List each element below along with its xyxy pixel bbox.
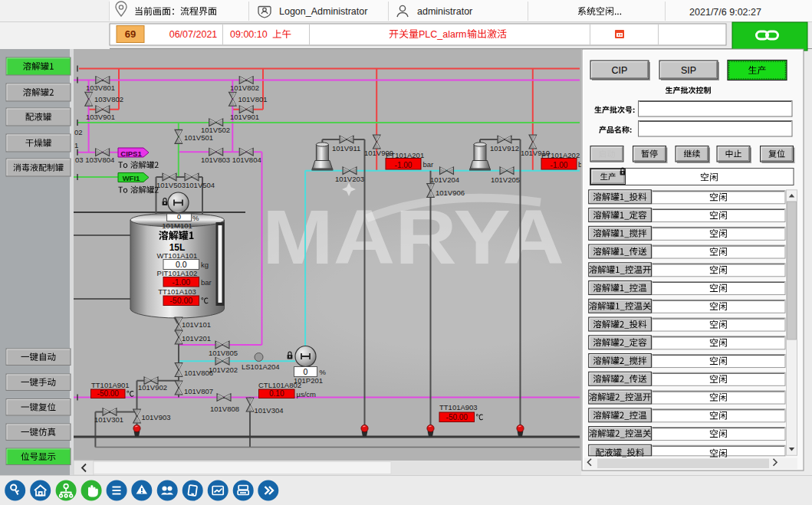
svg-text:bar: bar [201, 278, 212, 287]
svg-text:101V805: 101V805 [209, 349, 238, 357]
svg-text:101V802: 101V802 [230, 84, 259, 92]
svg-text:Logon_Administrator: Logon_Administrator [279, 6, 367, 17]
svg-text:101V906: 101V906 [436, 189, 465, 197]
svg-text:PIT101A102: PIT101A102 [157, 269, 198, 277]
svg-text:-50.00: -50.00 [446, 413, 468, 421]
svg-text:09:00:10: 09:00:10 [230, 29, 268, 40]
svg-text:101V304: 101V304 [255, 406, 284, 415]
svg-text:TT101A901: TT101A901 [91, 381, 130, 389]
svg-text:101V203: 101V203 [335, 175, 364, 183]
svg-text:CIP: CIP [612, 65, 628, 76]
svg-text:%: % [320, 368, 327, 376]
svg-text:TT101A903: TT101A903 [439, 403, 478, 412]
svg-text:administrator: administrator [417, 6, 472, 17]
svg-text:0: 0 [304, 367, 308, 376]
svg-text:101V808: 101V808 [210, 405, 239, 413]
svg-text:µs/cm: µs/cm [297, 390, 317, 398]
svg-text:101V205: 101V205 [491, 175, 520, 184]
svg-text:CIPS1: CIPS1 [120, 149, 142, 158]
svg-text:-1.00: -1.00 [395, 161, 413, 169]
svg-text:2021/7/6 9:02:27: 2021/7/6 9:02:27 [689, 7, 761, 18]
svg-text:101V101: 101V101 [182, 320, 211, 329]
svg-text:101V801: 101V801 [238, 95, 268, 103]
svg-text:0.10: 0.10 [269, 389, 284, 398]
svg-text:-50.00: -50.00 [97, 389, 120, 398]
svg-text:03 103V804: 03 103V804 [75, 156, 114, 164]
svg-text:%: % [192, 214, 199, 222]
svg-text:kg: kg [201, 261, 209, 269]
svg-text:101V803 101V804: 101V803 101V804 [201, 156, 261, 164]
svg-text:PT101A201: PT101A201 [386, 151, 424, 159]
svg-text:CTL101A802: CTL101A802 [258, 381, 301, 389]
svg-text:103V802: 103V802 [94, 95, 123, 103]
svg-text:101M101: 101M101 [162, 221, 192, 230]
svg-text:PT101A202: PT101A202 [541, 151, 580, 159]
svg-text:-1.00: -1.00 [551, 161, 568, 169]
svg-text:101V912: 101V912 [490, 144, 519, 152]
svg-text:WT101A101: WT101A101 [157, 251, 198, 260]
svg-text:LS101A204: LS101A204 [242, 362, 280, 371]
svg-text:101V807: 101V807 [184, 387, 213, 395]
svg-text:-50.00: -50.00 [169, 296, 192, 305]
svg-text:101V201: 101V201 [182, 334, 211, 343]
svg-text:-1.00: -1.00 [172, 277, 190, 287]
svg-text:101V204: 101V204 [430, 175, 459, 184]
svg-text:06/07/2021: 06/07/2021 [169, 29, 218, 40]
svg-text:101V501: 101V501 [184, 133, 213, 142]
svg-text:0.0: 0.0 [176, 260, 187, 269]
svg-text:69: 69 [125, 28, 136, 40]
svg-text:101V903: 101V903 [142, 413, 171, 421]
svg-text:101V911: 101V911 [332, 144, 360, 152]
svg-text:101V902: 101V902 [138, 383, 167, 392]
svg-text:103V901: 103V901 [86, 113, 115, 121]
svg-text:TT101A103: TT101A103 [158, 287, 196, 296]
svg-text:101V301: 101V301 [94, 415, 123, 424]
svg-text:bar: bar [423, 160, 434, 169]
svg-text:0: 0 [177, 213, 181, 221]
svg-text:103V801: 103V801 [86, 84, 115, 92]
svg-text:SIP: SIP [681, 65, 696, 76]
svg-text:101V806: 101V806 [184, 369, 213, 377]
svg-text:WFI1: WFI1 [123, 174, 140, 182]
svg-text:02: 02 [74, 128, 83, 136]
svg-text:PLC_alarm: PLC_alarm [419, 29, 467, 40]
svg-text:101V503101V504: 101V503101V504 [156, 181, 215, 189]
svg-text:1: 1 [74, 141, 78, 149]
svg-text:101V901: 101V901 [230, 113, 259, 121]
